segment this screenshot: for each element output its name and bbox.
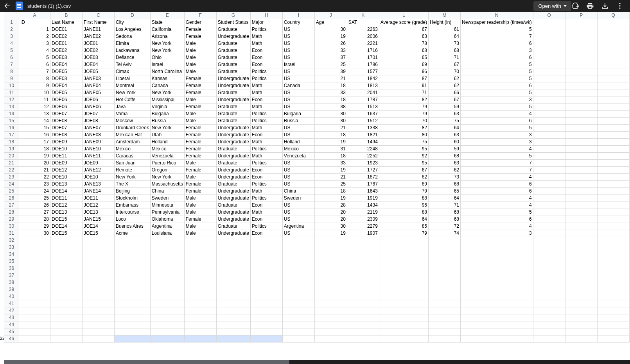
- add-to-drive-button[interactable]: [571, 2, 579, 10]
- svg-point-0: [619, 3, 620, 4]
- document-icon: [16, 2, 23, 10]
- open-with-dropdown[interactable]: Open with: [533, 1, 571, 11]
- download-button[interactable]: [601, 2, 609, 10]
- svg-point-1: [619, 5, 620, 6]
- back-button[interactable]: [3, 2, 11, 10]
- more-vert-icon: [616, 2, 624, 10]
- svg-point-2: [619, 7, 620, 9]
- drive-plus-icon: [571, 2, 579, 10]
- printer-icon: [586, 2, 594, 10]
- print-button[interactable]: [586, 2, 594, 10]
- arrow-left-icon: [3, 2, 11, 10]
- more-button[interactable]: [616, 2, 624, 10]
- toolbar: students (1) (1).csv Open with: [0, 0, 630, 12]
- filename: students (1) (1).csv: [27, 3, 71, 9]
- open-with-label: Open with: [538, 3, 561, 9]
- caret-down-icon: [564, 5, 567, 7]
- download-icon: [601, 2, 609, 10]
